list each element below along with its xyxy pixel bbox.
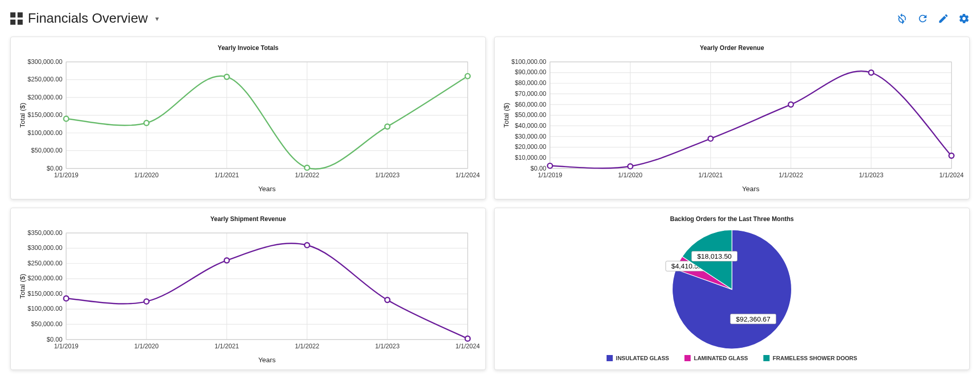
sync-off-icon — [896, 13, 908, 24]
refresh-button[interactable] — [917, 13, 928, 24]
chart-card-shipment: Yearly Shipment Revenue $0.00$50,000.00$… — [10, 208, 486, 370]
svg-text:$0.00: $0.00 — [47, 335, 63, 343]
svg-text:1/1/2024: 1/1/2024 — [455, 172, 480, 179]
svg-point-71 — [628, 164, 633, 169]
svg-point-112 — [465, 336, 470, 341]
svg-text:1/1/2023: 1/1/2023 — [375, 343, 400, 350]
page-title: Financials Overview — [28, 10, 148, 26]
svg-text:$70,000.00: $70,000.00 — [515, 90, 546, 97]
header-left: Financials Overview ▾ — [10, 10, 159, 26]
refresh-icon — [917, 13, 928, 24]
svg-text:$80,000.00: $80,000.00 — [515, 79, 546, 87]
title-dropdown-caret[interactable]: ▾ — [155, 14, 159, 23]
svg-text:1/1/2021: 1/1/2021 — [215, 172, 239, 179]
chart-card-order: Yearly Order Revenue $0.00$10,000.00$20,… — [494, 37, 970, 199]
svg-text:1/1/2022: 1/1/2022 — [295, 343, 320, 350]
chart-backlog[interactable]: $92,360.67$4,410.52$18,013.50 — [500, 227, 964, 352]
legend-label-insulated: INSULATED GLASS — [616, 355, 669, 361]
svg-point-74 — [869, 70, 874, 75]
svg-text:1/1/2024: 1/1/2024 — [939, 172, 964, 179]
svg-point-30 — [304, 165, 309, 171]
svg-text:1/1/2019: 1/1/2019 — [538, 172, 563, 179]
svg-text:$250,000.00: $250,000.00 — [27, 76, 62, 83]
svg-point-75 — [949, 153, 954, 158]
svg-text:$20,000.00: $20,000.00 — [515, 143, 546, 150]
svg-point-29 — [224, 74, 230, 79]
svg-text:$300,000.00: $300,000.00 — [27, 244, 62, 251]
svg-text:$0.00: $0.00 — [531, 165, 547, 172]
svg-text:$40,000.00: $40,000.00 — [515, 122, 546, 129]
svg-text:1/1/2019: 1/1/2019 — [54, 343, 79, 350]
gear-icon — [958, 13, 970, 24]
pencil-icon — [938, 13, 949, 24]
legend-label-frameless: FRAMELESS SHOWER DOORS — [773, 355, 857, 361]
svg-point-31 — [385, 124, 390, 129]
svg-text:1/1/2023: 1/1/2023 — [375, 172, 400, 179]
svg-text:$300,000.00: $300,000.00 — [27, 58, 62, 65]
sync-off-button[interactable] — [896, 13, 908, 24]
svg-point-32 — [465, 74, 470, 79]
svg-text:Years: Years — [258, 185, 276, 193]
chart-card-invoice: Yearly Invoice Totals $0.00$50,000.00$10… — [10, 37, 486, 199]
svg-text:$10,000.00: $10,000.00 — [515, 154, 546, 161]
svg-point-111 — [385, 297, 390, 302]
dashboard-grid: Yearly Invoice Totals $0.00$50,000.00$10… — [10, 37, 970, 370]
svg-text:$100,000.00: $100,000.00 — [27, 129, 62, 137]
svg-point-110 — [304, 242, 309, 247]
chart-title-order: Yearly Order Revenue — [500, 42, 964, 56]
svg-text:$250,000.00: $250,000.00 — [27, 259, 62, 266]
svg-text:$50,000.00: $50,000.00 — [31, 320, 62, 328]
svg-text:$200,000.00: $200,000.00 — [27, 94, 62, 101]
svg-point-109 — [224, 258, 230, 263]
svg-text:$60,000.00: $60,000.00 — [515, 101, 546, 108]
legend-insulated[interactable]: INSULATED GLASS — [607, 355, 669, 361]
svg-text:1/1/2021: 1/1/2021 — [698, 172, 723, 179]
legend-laminated[interactable]: LAMINATED GLASS — [684, 355, 748, 361]
svg-text:$50,000.00: $50,000.00 — [31, 147, 62, 154]
svg-text:$92,360.67: $92,360.67 — [736, 315, 771, 323]
chart-order[interactable]: $0.00$10,000.00$20,000.00$30,000.00$40,0… — [500, 56, 964, 194]
svg-point-108 — [144, 299, 149, 304]
chart-title-invoice: Yearly Invoice Totals — [16, 42, 480, 56]
svg-text:1/1/2022: 1/1/2022 — [779, 172, 804, 179]
legend-label-laminated: LAMINATED GLASS — [694, 355, 748, 361]
svg-point-73 — [788, 102, 793, 107]
svg-text:Total ($): Total ($) — [19, 103, 26, 127]
svg-text:$200,000.00: $200,000.00 — [27, 275, 62, 282]
header-actions — [896, 13, 970, 24]
svg-point-107 — [63, 296, 69, 301]
svg-text:$150,000.00: $150,000.00 — [27, 290, 62, 297]
svg-rect-106 — [66, 233, 467, 340]
chart-invoice[interactable]: $0.00$50,000.00$100,000.00$150,000.00$20… — [16, 56, 480, 194]
svg-text:$100,000.00: $100,000.00 — [27, 305, 62, 312]
dashboard-icon — [10, 12, 23, 25]
svg-text:$18,013.50: $18,013.50 — [697, 252, 732, 260]
svg-text:1/1/2024: 1/1/2024 — [455, 343, 480, 350]
svg-point-70 — [547, 163, 552, 168]
svg-text:$350,000.00: $350,000.00 — [27, 229, 62, 236]
chart-title-shipment: Yearly Shipment Revenue — [16, 213, 480, 227]
svg-text:1/1/2022: 1/1/2022 — [295, 172, 320, 179]
svg-text:1/1/2023: 1/1/2023 — [859, 172, 884, 179]
chart-title-backlog: Backlog Orders for the Last Three Months — [500, 213, 964, 227]
svg-text:1/1/2020: 1/1/2020 — [134, 343, 159, 350]
svg-text:$150,000.00: $150,000.00 — [27, 111, 62, 119]
svg-point-27 — [63, 116, 69, 122]
chart-shipment[interactable]: $0.00$50,000.00$100,000.00$150,000.00$20… — [16, 227, 480, 365]
svg-text:Total ($): Total ($) — [19, 274, 26, 298]
svg-point-28 — [144, 121, 149, 126]
settings-button[interactable] — [958, 13, 970, 24]
svg-text:Total ($): Total ($) — [502, 103, 510, 127]
svg-text:1/1/2020: 1/1/2020 — [618, 172, 643, 179]
svg-text:$30,000.00: $30,000.00 — [515, 133, 546, 140]
svg-text:1/1/2020: 1/1/2020 — [134, 172, 159, 179]
legend-frameless[interactable]: FRAMELESS SHOWER DOORS — [763, 355, 857, 361]
chart-card-backlog: Backlog Orders for the Last Three Months… — [494, 208, 970, 370]
edit-button[interactable] — [938, 13, 949, 24]
svg-text:Years: Years — [742, 185, 760, 193]
svg-text:$100,000.00: $100,000.00 — [511, 58, 546, 65]
svg-text:1/1/2019: 1/1/2019 — [54, 172, 79, 179]
svg-text:$0.00: $0.00 — [47, 165, 63, 172]
svg-text:1/1/2021: 1/1/2021 — [215, 343, 239, 350]
page-header: Financials Overview ▾ — [10, 5, 970, 37]
